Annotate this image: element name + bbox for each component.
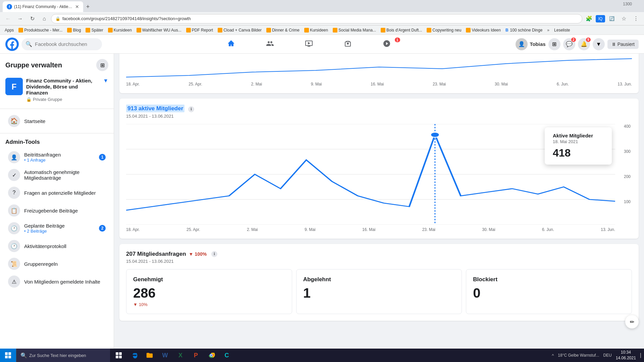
sidebar-item-geplante[interactable]: 🕐 Geplante Beiträge • 2 Beiträge 2 (3, 220, 111, 237)
folder-icon (466, 28, 471, 33)
taskbar-apps: W X P C (110, 349, 331, 362)
reload-button[interactable]: ↻ (27, 13, 38, 24)
extensions-button[interactable]: 🧩 (584, 13, 594, 24)
bookmark-copywriting[interactable]: Copywriting neu (425, 27, 463, 33)
taskbar-app-excel[interactable]: X (173, 349, 188, 362)
taskbar-app-canva[interactable]: C (219, 349, 234, 362)
apps-menu-button[interactable]: ⊞ (548, 38, 560, 50)
pause-icon: ⏸ (611, 42, 616, 47)
svg-rect-11 (5, 356, 8, 358)
bookmark-label: Kursideen (114, 28, 132, 33)
edit-button[interactable]: ✏ (625, 315, 639, 328)
requests-cards: Genehmigt 286 ▼ 10% Abgelehnt 1 (126, 269, 632, 314)
sidebar-item-startseite[interactable]: 🏠 Startseite (3, 112, 111, 130)
taskbar-app-chrome[interactable] (204, 349, 219, 362)
sidebar-item-fragen[interactable]: ? Fragen an potenzielle Mitglieder (3, 184, 111, 201)
messenger-button[interactable]: 💬 2 (563, 38, 575, 50)
bookmark-dinner[interactable]: Dinner & Crime (264, 27, 302, 33)
show-desktop-button[interactable]: | (640, 352, 641, 358)
nav-watch[interactable] (289, 36, 328, 52)
nav-marketplace[interactable] (328, 36, 367, 52)
nav-home[interactable] (212, 36, 251, 52)
taskbar-app-explorer[interactable] (142, 349, 157, 362)
account-menu-button[interactable]: ▼ (593, 38, 605, 50)
sidebar: Gruppe verwalten ⊞ F Finanz Community - … (0, 54, 114, 362)
bookmark-produktsuche[interactable]: Produktsuche - Mer... (16, 27, 64, 33)
profile-button[interactable]: IQ (596, 15, 605, 22)
home-button[interactable]: ⌂ (39, 13, 50, 24)
sidebar-sub-content: Freizugebende Beiträge (24, 208, 106, 214)
expand-tray-button[interactable]: ^ (552, 353, 554, 358)
bookmark-bois[interactable]: Bois d'Argent Duft... (379, 27, 424, 33)
keyboard-lang[interactable]: DEU (603, 353, 611, 358)
approved-trend-value: 10% (139, 302, 148, 307)
taskbar-search-label: Zur Suche Text hier eingeben (29, 353, 86, 358)
group-dropdown-button[interactable]: ▼ (103, 78, 108, 84)
auto-approve-icon: ✓ (8, 169, 20, 181)
nav-groups[interactable]: 1 (367, 36, 406, 52)
sidebar-item-freizugebende[interactable]: 📋 Freizugebende Beiträge (3, 202, 111, 219)
bookmark-label: Apps (5, 28, 14, 33)
bookmark-leseliste[interactable]: Leseliste (552, 27, 572, 33)
nav-friends[interactable] (251, 36, 289, 52)
fb-search-bar[interactable]: 🔍 (21, 38, 102, 50)
bookmark-spaeter[interactable]: Später (84, 27, 105, 33)
sidebar-title: Gruppe verwalten (5, 61, 62, 69)
star-button[interactable]: ☆ (619, 13, 629, 24)
svg-rect-14 (119, 352, 122, 355)
sidebar-toggle-button[interactable]: ⊞ (96, 59, 108, 71)
folder-icon (218, 28, 222, 33)
paused-button[interactable]: ⏸ Pausiert (607, 40, 639, 49)
bookmark-wahlfaecher[interactable]: Wahlfächer WU Aus... (135, 27, 183, 33)
tab-close-button[interactable]: ✕ (75, 4, 79, 9)
bookmark-apps[interactable]: Apps (3, 27, 16, 33)
user-name: Tobias (530, 41, 545, 47)
start-button[interactable] (0, 349, 16, 362)
forward-button[interactable]: → (15, 13, 25, 24)
back-button[interactable]: ← (3, 13, 13, 24)
bookmark-100dinge[interactable]: B 100 schöne Dinge (503, 27, 544, 33)
bookmarks-overflow[interactable]: » (545, 27, 551, 33)
bookmark-social[interactable]: Social Media Mana... (331, 27, 378, 33)
notifications-button[interactable]: 🔔 9 (578, 38, 590, 50)
active-tab[interactable]: f (11) Finanz Community - Aktien... ✕ (3, 1, 83, 12)
sidebar-sub-content: Aktivitätenprotokoll (24, 243, 106, 249)
requests-title: 207 Mitgliedsanfragen (126, 251, 186, 257)
search-input[interactable] (35, 41, 95, 47)
bookmark-cload[interactable]: Cload + Canva Bilder (216, 27, 264, 33)
content-area: 18. Apr. 25. Apr. 2. Mai 9. Mai 16. Mai … (114, 54, 644, 362)
address-bar[interactable]: 🔒 facebook.com/groups/214827109704148/in… (51, 14, 582, 23)
active-members-card: 913 aktive Mitglieder ℹ 15.04.2021 - 13.… (119, 99, 639, 239)
fb-header: 🔍 1 👤 Tobias (0, 35, 644, 54)
sidebar-item-regeln[interactable]: 📜 Gruppenregeln (3, 255, 111, 273)
chart-date-range: 15.04.2021 - 13.06.2021 (126, 114, 632, 119)
taskbar-search[interactable]: 🔍 Zur Suche Text hier eingeben (16, 349, 110, 362)
pending-posts-icon: 📋 (8, 204, 20, 217)
requests-info-icon[interactable]: ℹ (211, 251, 217, 257)
taskbar-app-powerpoint[interactable]: P (189, 349, 203, 362)
taskbar-app-word[interactable]: W (158, 349, 172, 362)
menu-button[interactable]: ⋮ (631, 13, 641, 24)
new-tab-button[interactable]: + (83, 2, 93, 11)
sidebar-item-aktivitaet[interactable]: 🕐 Aktivitätenprotokoll (3, 237, 111, 255)
x-label: 23. Mai (422, 227, 435, 232)
sidebar-item-beitrittsanfragen[interactable]: 👤 Beitrittsanfragen • 1 Anfrage 1 (3, 148, 111, 166)
taskbar-app-edge[interactable] (127, 349, 142, 362)
taskbar-clock[interactable]: 10:34 14.06.2021 (613, 350, 639, 361)
info-icon[interactable]: ℹ (188, 106, 194, 112)
sync-button[interactable]: 🔄 (606, 13, 617, 24)
messenger-badge: 2 (571, 38, 576, 42)
bookmark-blog[interactable]: Blog (65, 27, 83, 33)
bookmark-kursideen[interactable]: Kursideen (106, 27, 134, 33)
bookmark-label: Wahlfächer WU Aus... (142, 28, 181, 33)
bookmark-kursideen2[interactable]: Kursideen (302, 27, 330, 33)
beitrittsanfragen-desc: • 1 Anfrage (24, 158, 95, 163)
bookmark-videokurs[interactable]: Videokurs Ideen (464, 27, 503, 33)
group-privacy: 🔒 Private Gruppe (26, 97, 100, 102)
sidebar-item-gemeldete[interactable]: ⚠ Von Mitgliedern gemeldete Inhalte (3, 273, 111, 290)
x-label: 18. Apr. (126, 227, 140, 232)
user-profile[interactable]: 👤 Tobias (516, 38, 545, 50)
bookmark-pdf[interactable]: PDF Report (184, 27, 215, 33)
sidebar-item-auto-genehmigte[interactable]: ✓ Automatisch genehmigte Mitgliedsanträg… (3, 166, 111, 184)
taskbar-app-task-view[interactable] (111, 349, 126, 362)
